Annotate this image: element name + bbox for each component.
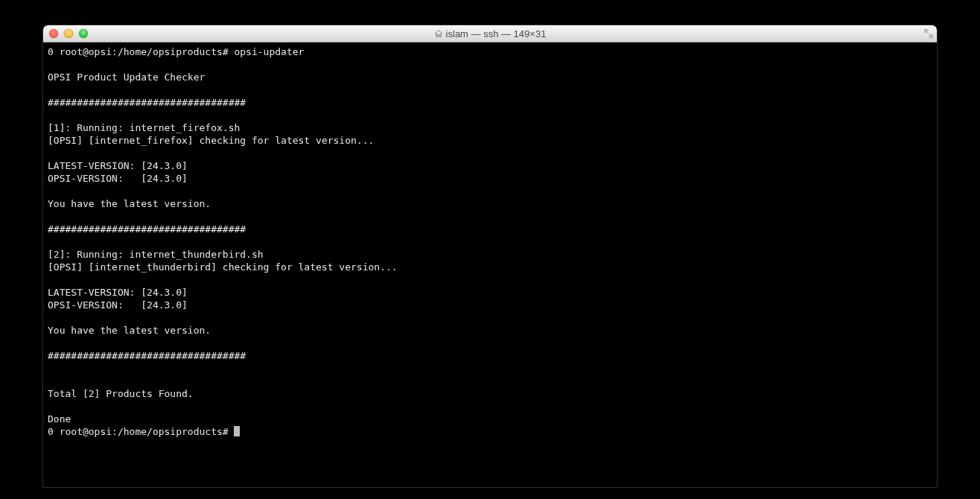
cursor [234, 426, 240, 436]
terminal-line: You have the latest version. [48, 198, 211, 209]
terminal-line: LATEST-VERSION: [24.3.0] [48, 160, 188, 171]
zoom-button[interactable] [79, 29, 88, 38]
terminal-prompt: 0 root@opsi:/home/opsiproducts# [48, 426, 234, 437]
terminal-line: Total [2] Products Found. [48, 388, 194, 399]
terminal-line: OPSI Product Update Checker [48, 71, 205, 83]
terminal-line: 0 root@opsi:/home/opsiproducts# opsi-upd… [48, 46, 304, 57]
terminal-line: OPSI-VERSION: [24.3.0] [48, 173, 188, 184]
close-button[interactable] [49, 29, 58, 38]
terminal-line: LATEST-VERSION: [24.3.0] [48, 287, 188, 298]
titlebar[interactable]: islam — ssh — 149×31 [43, 25, 937, 42]
terminal-line: ################################## [48, 223, 246, 235]
traffic-lights [43, 29, 88, 38]
home-icon [434, 29, 443, 38]
terminal-line: [OPSI] [internet_firefox] checking for l… [48, 135, 374, 146]
window-title-text: islam — ssh — 149×31 [446, 28, 547, 39]
terminal-line: ################################## [48, 350, 246, 361]
window-title: islam — ssh — 149×31 [43, 28, 937, 39]
minimize-button[interactable] [64, 29, 73, 38]
terminal-window: islam — ssh — 149×31 0 root@opsi:/home/o… [43, 25, 937, 487]
terminal-line: Done [48, 413, 71, 425]
terminal-line: [OPSI] [internet_thunderbird] checking f… [48, 261, 398, 273]
terminal-line: [2]: Running: internet_thunderbird.sh [48, 249, 264, 260]
terminal-line: [1]: Running: internet_firefox.sh [48, 122, 240, 133]
expand-icon[interactable] [923, 28, 934, 39]
terminal-output[interactable]: 0 root@opsi:/home/opsiproducts# opsi-upd… [43, 42, 937, 487]
terminal-line: OPSI-VERSION: [24.3.0] [48, 299, 188, 311]
terminal-line: You have the latest version. [48, 325, 211, 336]
terminal-line: ################################## [48, 97, 246, 108]
